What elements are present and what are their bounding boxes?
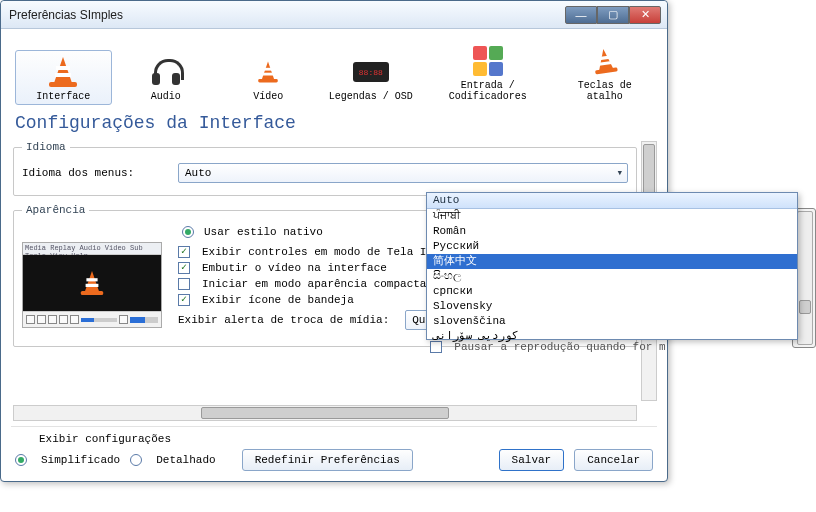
- fullscreen-controls-check[interactable]: [178, 246, 190, 258]
- language-option[interactable]: Русский: [427, 239, 797, 254]
- content-horizontal-scrollbar[interactable]: [13, 405, 637, 421]
- tab-video[interactable]: Vídeo: [220, 50, 317, 105]
- cancel-button[interactable]: Cancelar: [574, 449, 653, 471]
- tray-icon-label: Exibir ícone de bandeja: [202, 294, 354, 306]
- tab-audio[interactable]: Audio: [118, 50, 215, 105]
- language-option[interactable]: српски: [427, 284, 797, 299]
- simple-label: Simplificado: [41, 454, 120, 466]
- menu-language-value: Auto: [185, 167, 211, 179]
- tab-hotkeys[interactable]: Teclas de atalho: [556, 39, 653, 105]
- fullscreen-controls-label: Exibir controles em modo de Tela Intei: [202, 246, 453, 258]
- appearance-legend: Aparência: [22, 204, 89, 216]
- tab-interface[interactable]: Interface: [15, 50, 112, 105]
- display-icon: 88:88: [326, 55, 417, 89]
- native-style-label: Usar estilo nativo: [204, 226, 323, 238]
- embed-video-label: Embutir o vídeo na interface: [202, 262, 387, 274]
- tab-subtitles-label: Legendas / OSD: [326, 91, 417, 102]
- reset-prefs-button[interactable]: Redefinir Preferências: [242, 449, 413, 471]
- media-change-label: Exibir alerta de troca de mídia:: [178, 314, 389, 326]
- start-compact-label: Iniciar em modo aparência compacta: [202, 278, 426, 290]
- save-label: Salvar: [512, 454, 552, 466]
- save-button[interactable]: Salvar: [499, 449, 565, 471]
- language-option[interactable]: 简体中文: [427, 254, 797, 269]
- cone-icon: [18, 55, 109, 89]
- puzzle-icon: [428, 44, 547, 78]
- maximize-button[interactable]: ▢: [597, 6, 629, 24]
- menu-language-label: Idioma dos menus:: [22, 167, 172, 179]
- start-compact-check[interactable]: [178, 278, 190, 290]
- tab-input-codecs[interactable]: Entrada / Codificadores: [425, 39, 550, 105]
- language-option[interactable]: کوردیی سۆرانی: [427, 329, 797, 344]
- cancel-label: Cancelar: [587, 454, 640, 466]
- language-option[interactable]: ਪੰਜਾਬੀ: [427, 209, 797, 224]
- section-heading: Configurações da Interface: [15, 113, 657, 133]
- tab-audio-label: Audio: [121, 91, 212, 102]
- language-option[interactable]: slovenščina: [427, 314, 797, 329]
- language-option[interactable]: සිංහල: [427, 269, 797, 284]
- close-button[interactable]: ✕: [629, 6, 661, 24]
- simple-radio[interactable]: [15, 454, 27, 466]
- detailed-label: Detalhado: [156, 454, 215, 466]
- tab-subtitles[interactable]: 88:88 Legendas / OSD: [323, 50, 420, 105]
- window-title: Preferências SImples: [9, 8, 565, 22]
- menu-language-combo[interactable]: Auto: [178, 163, 628, 183]
- cone-keyboard-icon: [559, 44, 650, 78]
- tab-video-label: Vídeo: [223, 91, 314, 102]
- language-option[interactable]: Slovensky: [427, 299, 797, 314]
- dialog-footer: Exibir configurações Simplificado Detalh…: [11, 426, 657, 471]
- tab-input-label: Entrada / Codificadores: [428, 80, 547, 102]
- content-hscroll-thumb[interactable]: [201, 407, 450, 419]
- language-dropdown-popup[interactable]: Auto ਪੰਜਾਬੀRomânРусский简体中文සිංහලсрпскиSl…: [426, 192, 798, 340]
- titlebar: Preferências SImples — ▢ ✕: [1, 1, 667, 29]
- language-dropdown-header[interactable]: Auto: [427, 193, 797, 209]
- category-tabs: Interface Audio Vídeo 88:88 Legendas / O…: [11, 35, 657, 107]
- preview-menubar: Media Replay Audio Video Sub Tools View …: [23, 243, 161, 255]
- show-settings-label: Exibir configurações: [39, 433, 657, 445]
- tab-hotkeys-label: Teclas de atalho: [559, 80, 650, 102]
- interface-preview: Media Replay Audio Video Sub Tools View …: [22, 242, 162, 328]
- language-group: Idioma Idioma dos menus: Auto: [13, 141, 637, 196]
- reset-prefs-label: Redefinir Preferências: [255, 454, 400, 466]
- tray-icon-check[interactable]: [178, 294, 190, 306]
- native-style-radio[interactable]: [182, 226, 194, 238]
- language-legend: Idioma: [22, 141, 70, 153]
- background-scroll-thumb[interactable]: [799, 300, 811, 314]
- background-scrollbar[interactable]: [797, 211, 813, 345]
- tab-interface-label: Interface: [18, 91, 109, 102]
- language-option[interactable]: Român: [427, 224, 797, 239]
- minimize-button[interactable]: —: [565, 6, 597, 24]
- embed-video-check[interactable]: [178, 262, 190, 274]
- headphones-icon: [121, 55, 212, 89]
- detailed-radio[interactable]: [130, 454, 142, 466]
- clapperboard-icon: [223, 55, 314, 89]
